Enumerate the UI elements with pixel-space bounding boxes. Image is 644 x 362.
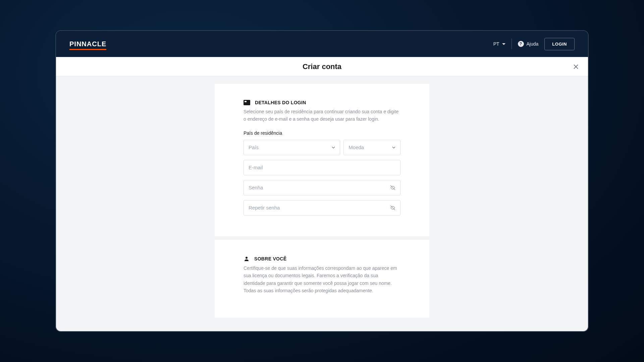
- login-details-title: DETALHES DO LOGIN: [255, 100, 306, 105]
- email-input-box: [244, 160, 400, 175]
- person-icon: [244, 256, 250, 262]
- content-area: Criar conta DETALHES DO LOGIN Selecione …: [56, 57, 588, 331]
- password-input-box: [244, 180, 400, 195]
- eye-off-icon: [390, 185, 396, 191]
- header: PINNACLE PT ? Ajuda LOGIN: [56, 31, 588, 57]
- header-right: PT ? Ajuda LOGIN: [493, 38, 575, 50]
- divider: [512, 39, 512, 49]
- country-field-label: País de residência: [244, 130, 400, 136]
- form-scroll[interactable]: DETALHES DO LOGIN Selecione seu país de …: [56, 76, 588, 331]
- app-frame: PINNACLE PT ? Ajuda LOGIN Criar conta: [55, 30, 589, 332]
- page-title: Criar conta: [303, 62, 341, 71]
- country-placeholder: País: [249, 144, 259, 150]
- login-details-card: DETALHES DO LOGIN Selecione seu país de …: [215, 84, 429, 236]
- about-you-title: SOBRE VOCÊ: [254, 256, 286, 261]
- chevron-down-icon: [332, 146, 335, 149]
- country-currency-row: País Moeda: [244, 140, 400, 155]
- brand-logo[interactable]: PINNACLE: [69, 40, 106, 48]
- title-bar: Criar conta: [56, 57, 588, 76]
- eye-off-icon: [390, 205, 396, 211]
- section-header-about: SOBRE VOCÊ: [244, 256, 400, 262]
- repeat-password-input-box: [244, 200, 400, 216]
- currency-select[interactable]: Moeda: [343, 140, 400, 155]
- chevron-down-icon: [502, 43, 505, 45]
- password-field[interactable]: [244, 180, 400, 195]
- login-details-description: Selecione seu país de residência para co…: [244, 108, 400, 123]
- currency-placeholder: Moeda: [348, 144, 364, 150]
- chevron-down-icon: [392, 146, 395, 149]
- close-icon: [574, 64, 578, 69]
- repeat-password-field[interactable]: [244, 200, 400, 216]
- close-button[interactable]: [572, 63, 580, 71]
- about-you-card: SOBRE VOCÊ Certifique-se de que suas inf…: [215, 240, 429, 318]
- help-link[interactable]: ? Ajuda: [518, 41, 539, 47]
- section-header-login: DETALHES DO LOGIN: [244, 100, 400, 105]
- about-you-description: Certifique-se de que suas informações co…: [244, 264, 400, 295]
- language-selector[interactable]: PT: [493, 41, 505, 47]
- toggle-repeat-password-visibility[interactable]: [390, 205, 396, 211]
- help-label: Ajuda: [527, 41, 539, 47]
- help-icon: ?: [518, 41, 524, 47]
- email-field[interactable]: [244, 160, 400, 175]
- country-select[interactable]: País: [244, 140, 340, 155]
- toggle-password-visibility[interactable]: [390, 185, 396, 191]
- login-button[interactable]: LOGIN: [544, 38, 575, 50]
- language-label: PT: [493, 41, 499, 47]
- card-icon: [244, 100, 250, 105]
- svg-point-0: [246, 257, 248, 259]
